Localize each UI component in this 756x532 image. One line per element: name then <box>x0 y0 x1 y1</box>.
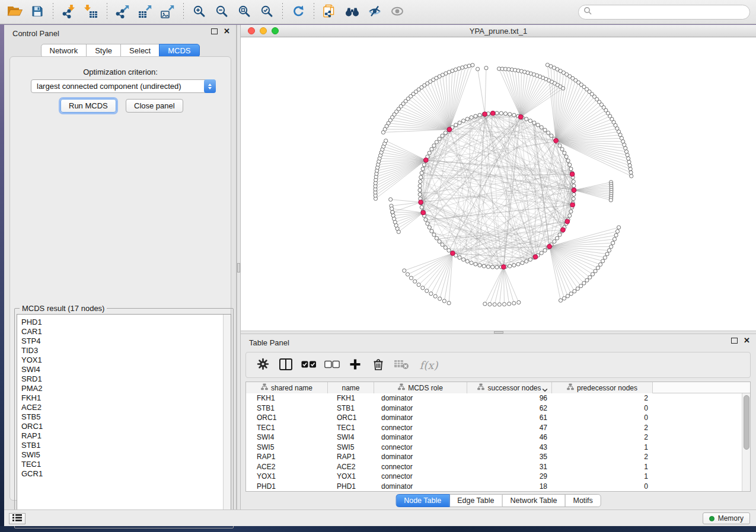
network-node[interactable] <box>558 144 562 148</box>
tab-network-table[interactable]: Network Table <box>502 494 566 507</box>
network-node[interactable] <box>491 265 495 269</box>
zoom-in-button[interactable] <box>189 2 209 22</box>
network-node[interactable] <box>553 240 556 243</box>
column-header-predecessor-nodes[interactable]: predecessor nodes <box>552 382 653 393</box>
network-node[interactable] <box>532 121 536 124</box>
network-leaf-node[interactable] <box>566 294 569 298</box>
mcds-result-item[interactable]: GCR1 <box>21 469 231 479</box>
horizontal-splitter-grip[interactable] <box>494 331 503 334</box>
network-node[interactable] <box>430 229 433 233</box>
network-node[interactable] <box>556 236 559 240</box>
network-view-titlebar[interactable]: YPA_prune.txt_1 <box>241 25 756 37</box>
delete-column-button[interactable] <box>369 355 387 374</box>
table-panel-close-button[interactable]: ✕ <box>744 338 750 344</box>
memory-button[interactable]: Memory <box>703 512 750 524</box>
network-node[interactable] <box>454 123 458 127</box>
network-leaf-node[interactable] <box>594 269 597 273</box>
network-leaf-node[interactable] <box>623 143 626 146</box>
network-node[interactable] <box>543 128 547 132</box>
network-node[interactable] <box>470 261 473 265</box>
vertical-splitter-grip[interactable] <box>237 263 240 273</box>
mcds-result-item[interactable]: CAR1 <box>21 327 231 336</box>
tab-edge-table[interactable]: Edge Table <box>449 494 502 507</box>
export-image-button[interactable] <box>158 2 178 22</box>
search-field[interactable] <box>578 5 750 20</box>
network-node[interactable] <box>428 151 431 155</box>
network-node[interactable] <box>424 218 428 222</box>
network-leaf-node[interactable] <box>421 286 425 290</box>
network-leaf-node[interactable] <box>630 174 633 178</box>
network-node[interactable] <box>461 119 465 123</box>
network-leaf-node[interactable] <box>413 280 417 283</box>
network-node[interactable] <box>568 214 572 217</box>
network-hub-node[interactable] <box>518 114 523 119</box>
mcds-result-item[interactable]: TEC1 <box>21 460 231 469</box>
mcds-result-item[interactable]: FKH1 <box>21 393 231 403</box>
network-leaf-node[interactable] <box>393 217 396 220</box>
save-session-button[interactable] <box>27 2 47 22</box>
network-node[interactable] <box>540 126 543 129</box>
network-node[interactable] <box>525 117 528 121</box>
network-node[interactable] <box>474 262 477 266</box>
network-node[interactable] <box>444 246 447 249</box>
table-row[interactable]: PHD1PHD1dominator180 <box>246 482 742 492</box>
tab-node-table[interactable]: Node Table <box>395 494 449 507</box>
network-hub-node[interactable] <box>570 203 575 207</box>
network-node[interactable] <box>419 175 423 179</box>
table-row[interactable]: ACE2ACE2connector311 <box>246 462 742 472</box>
find-button[interactable] <box>342 2 362 22</box>
network-leaf-node[interactable] <box>609 198 613 202</box>
mcds-result-item[interactable]: RAP1 <box>21 431 231 441</box>
network-node[interactable] <box>569 167 573 171</box>
network-leaf-node[interactable] <box>579 284 583 288</box>
network-leaf-node[interactable] <box>409 276 413 280</box>
control-panel-float-button[interactable] <box>211 28 218 34</box>
mcds-result-item[interactable]: TID3 <box>21 346 231 355</box>
create-column-button[interactable] <box>346 355 364 374</box>
node-table-scrollbar-thumb[interactable] <box>744 395 749 450</box>
network-node[interactable] <box>465 117 469 121</box>
network-node[interactable] <box>569 210 573 213</box>
network-node[interactable] <box>478 113 481 117</box>
network-node[interactable] <box>516 262 520 266</box>
function-builder-button[interactable]: f(x) <box>416 355 442 374</box>
network-leaf-node[interactable] <box>624 146 627 150</box>
delete-table-button[interactable] <box>393 355 410 374</box>
network-node[interactable] <box>572 193 576 196</box>
network-hub-node[interactable] <box>483 112 487 117</box>
network-leaf-node[interactable] <box>508 302 511 306</box>
tab-motifs[interactable]: Motifs <box>564 494 601 507</box>
network-node[interactable] <box>512 264 516 267</box>
network-leaf-node[interactable] <box>614 233 618 237</box>
network-hub-node[interactable] <box>533 255 538 259</box>
network-node[interactable] <box>560 148 564 151</box>
network-leaf-node[interactable] <box>476 67 480 70</box>
network-leaf-node[interactable] <box>627 156 630 160</box>
network-leaf-node[interactable] <box>488 303 492 306</box>
network-leaf-node[interactable] <box>403 269 406 273</box>
table-row[interactable]: TEC1TEC1connector472 <box>246 423 742 433</box>
network-leaf-node[interactable] <box>391 210 394 214</box>
optimization-criterion-select[interactable]: largest connected component (undirected) <box>31 79 216 93</box>
network-leaf-node[interactable] <box>471 63 474 67</box>
mcds-result-item[interactable]: ACE2 <box>21 403 231 412</box>
network-leaf-node[interactable] <box>591 273 594 276</box>
network-hub-node[interactable] <box>570 172 575 177</box>
network-hub-node[interactable] <box>419 200 423 204</box>
network-leaf-node[interactable] <box>627 160 631 164</box>
network-leaf-node[interactable] <box>617 226 621 229</box>
close-panel-button[interactable]: Close panel <box>126 99 183 113</box>
import-network-button[interactable] <box>59 2 79 22</box>
network-leaf-node[interactable] <box>588 275 592 279</box>
export-table-button[interactable] <box>135 2 155 22</box>
network-node[interactable] <box>430 148 433 151</box>
network-canvas[interactable] <box>241 37 756 331</box>
network-node[interactable] <box>432 144 436 148</box>
tab-mcds[interactable]: MCDS <box>159 44 199 57</box>
network-node[interactable] <box>419 180 422 183</box>
network-leaf-node[interactable] <box>559 299 562 302</box>
network-leaf-node[interactable] <box>483 302 487 306</box>
network-leaf-node[interactable] <box>596 266 599 270</box>
network-node[interactable] <box>470 116 473 119</box>
network-node[interactable] <box>435 140 438 144</box>
